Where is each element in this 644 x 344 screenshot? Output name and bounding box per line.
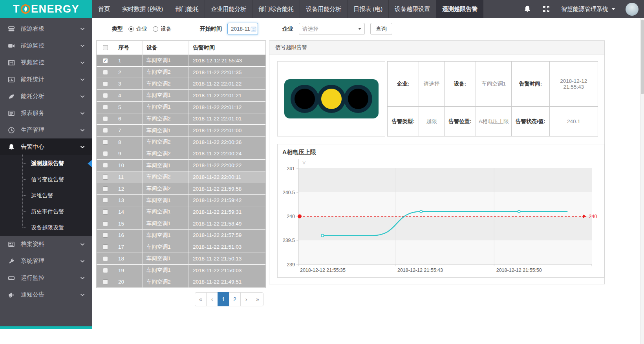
row-checkbox[interactable]: ✓ bbox=[103, 58, 108, 63]
row-checkbox[interactable] bbox=[103, 140, 108, 145]
notification-bell-icon[interactable] bbox=[523, 5, 531, 13]
cell-time: 2018-11-22 21:49:51 bbox=[189, 276, 265, 288]
page-button-»[interactable]: » bbox=[252, 292, 263, 306]
sidebar-subitem-ops-alarm[interactable]: 运维告警 bbox=[0, 187, 92, 204]
row-checkbox[interactable] bbox=[103, 81, 108, 86]
sidebar-item-operation-monitoring[interactable]: 运行监控 bbox=[0, 269, 92, 286]
nav-item-device-limit-settings[interactable]: 设备越限设置 bbox=[388, 0, 436, 18]
table-row[interactable]: 14车间空调12018-11-22 21:59:31 bbox=[97, 206, 265, 218]
row-checkbox[interactable] bbox=[103, 209, 108, 215]
row-checkbox[interactable] bbox=[103, 186, 108, 191]
nav-item-daily-report-electric[interactable]: 日报表 (电) bbox=[347, 0, 388, 18]
page-button-‹[interactable]: ‹ bbox=[206, 292, 218, 306]
sidebar-item-energy-dashboard[interactable]: 能源看板 bbox=[0, 20, 92, 37]
system-menu[interactable]: 智慧能源管理系统 bbox=[561, 5, 615, 13]
nav-item-dept-comprehensive-energy[interactable]: 部门综合能耗 bbox=[252, 0, 300, 18]
sidebar-item-report-service[interactable]: 报表服务 bbox=[0, 105, 92, 122]
row-checkbox[interactable] bbox=[103, 198, 108, 203]
sidebar-scrollbar[interactable] bbox=[0, 326, 92, 329]
table-row[interactable]: 3车间空调22018-11-22 22:01:22 bbox=[97, 78, 265, 90]
table-row[interactable]: 13车间空调12018-11-22 21:59:42 bbox=[97, 195, 265, 206]
table-row[interactable]: 11车间空调22018-11-22 22:00:11 bbox=[97, 171, 265, 183]
sidebar-subitem-device-limit-settings[interactable]: 设备越限设置 bbox=[0, 220, 92, 236]
row-checkbox[interactable] bbox=[103, 105, 108, 110]
table-row[interactable]: 12车间空调22018-11-22 21:59:58 bbox=[97, 183, 265, 195]
sidebar-item-energy-statistics[interactable]: 能耗统计 bbox=[0, 71, 92, 88]
sidebar-item-energy-analysis[interactable]: 能耗分析 bbox=[0, 88, 92, 105]
sidebar-subitem-telemetry-limit-alarm[interactable]: 遥测越限告警 bbox=[0, 155, 92, 171]
table-row[interactable]: 5车间空调12018-11-22 22:01:12 bbox=[97, 102, 265, 113]
chevron-down-icon bbox=[80, 111, 85, 116]
sidebar-item-system-management[interactable]: 系统管理 bbox=[0, 253, 92, 269]
cell-time: 2018-11-22 22:01:00 bbox=[189, 125, 265, 137]
chevron-down-icon bbox=[80, 144, 85, 150]
table-row[interactable]: 15车间空调12018-11-22 21:58:49 bbox=[97, 218, 265, 230]
row-checkbox[interactable] bbox=[103, 256, 108, 261]
table-row[interactable]: 6车间空调22018-11-22 22:01:01 bbox=[97, 113, 265, 125]
row-checkbox[interactable] bbox=[103, 279, 108, 284]
row-checkbox[interactable] bbox=[103, 93, 108, 98]
page-scrollbar[interactable] bbox=[640, 18, 644, 344]
nav-item-home[interactable]: 首页 bbox=[92, 0, 116, 18]
sidebar-item-archive-data[interactable]: 档案资料 bbox=[0, 236, 92, 253]
sidebar-item-notice-announcement[interactable]: 通知公告 bbox=[0, 286, 92, 303]
row-checkbox[interactable] bbox=[103, 244, 108, 249]
type-radio-企业[interactable]: 企业 bbox=[128, 25, 147, 33]
nav-item-device-energy-analysis[interactable]: 设备用能分析 bbox=[300, 0, 347, 18]
sidebar-item-video-monitoring[interactable]: 视频监控 bbox=[0, 54, 92, 71]
type-radio-设备[interactable]: 设备 bbox=[153, 25, 172, 33]
sidebar-subitem-signal-change-alarm[interactable]: 信号变位告警 bbox=[0, 171, 92, 187]
enterprise-info-label: 企业: bbox=[388, 62, 419, 107]
table-row[interactable]: ✓1车间空调12018-12-12 21:55:43 bbox=[97, 55, 265, 67]
search-button[interactable]: 查询 bbox=[370, 23, 392, 35]
table-row[interactable]: 9车间空调22018-11-22 22:00:24 bbox=[97, 148, 265, 160]
row-checkbox[interactable] bbox=[103, 151, 108, 156]
row-checkbox[interactable] bbox=[103, 175, 108, 180]
row-checkbox[interactable] bbox=[103, 221, 108, 226]
nav-item-realtime-data[interactable]: 实时数据 (秒级) bbox=[116, 0, 169, 18]
nav-item-dept-energy[interactable]: 部门能耗 bbox=[169, 0, 205, 18]
sidebar-item-production-management[interactable]: 生产管理 bbox=[0, 122, 92, 138]
page-button-2[interactable]: 2 bbox=[229, 292, 241, 306]
start-time-input[interactable] bbox=[227, 23, 258, 35]
sidebar-item-alarm-center[interactable]: 告警中心 bbox=[0, 138, 92, 155]
row-checkbox[interactable] bbox=[103, 268, 108, 273]
row-checkbox[interactable] bbox=[103, 128, 108, 133]
row-checkbox[interactable] bbox=[103, 233, 108, 238]
table-row[interactable]: 10车间空调12018-11-22 22:00:22 bbox=[97, 160, 265, 171]
traffic-bulb-on bbox=[321, 89, 342, 109]
table-row[interactable]: 7车间空调12018-11-22 22:01:00 bbox=[97, 125, 265, 137]
start-time-value[interactable] bbox=[231, 26, 251, 32]
radio-icon[interactable] bbox=[128, 26, 134, 32]
radio-icon[interactable] bbox=[153, 26, 158, 32]
select-all-checkbox[interactable] bbox=[103, 45, 108, 50]
cell-no: 15 bbox=[114, 218, 143, 230]
avatar[interactable] bbox=[626, 3, 639, 16]
page-button-1[interactable]: 1 bbox=[218, 292, 229, 306]
table-row[interactable]: 8车间空调22018-11-22 22:00:36 bbox=[97, 137, 265, 148]
calendar-icon[interactable] bbox=[251, 26, 256, 32]
page-button-«[interactable]: « bbox=[195, 292, 207, 306]
table-row[interactable]: 2车间空调22018-11-22 22:01:35 bbox=[97, 67, 265, 78]
sidebar-item-energy-monitoring[interactable]: 能源监控 bbox=[0, 37, 92, 54]
page-scrollbar-thumb[interactable] bbox=[641, 20, 644, 94]
cell-time: 2018-11-22 22:00:22 bbox=[189, 160, 265, 171]
table-row[interactable]: 16车间空调12018-11-22 21:57:59 bbox=[97, 230, 265, 242]
nav-item-telemetry-limit-alarm[interactable]: 遥测越限告警 bbox=[436, 0, 483, 18]
table-row[interactable]: 4车间空调12018-11-22 22:01:21 bbox=[97, 90, 265, 102]
megaphone-icon bbox=[8, 291, 15, 298]
page-button-›[interactable]: › bbox=[240, 292, 252, 306]
fullscreen-icon[interactable] bbox=[542, 5, 550, 13]
table-row[interactable]: 19车间空调12018-11-22 21:50:03 bbox=[97, 265, 265, 277]
row-checkbox[interactable] bbox=[103, 70, 108, 75]
table-row[interactable]: 17车间空调12018-11-22 21:51:03 bbox=[97, 241, 265, 253]
table-row[interactable]: 18车间空调12018-11-22 21:50:13 bbox=[97, 253, 265, 265]
sidebar-item-label: 能耗分析 bbox=[21, 93, 44, 100]
alarm-value-label: 告警状态/值: bbox=[512, 107, 549, 137]
enterprise-select[interactable]: 请选择 bbox=[299, 23, 365, 35]
sidebar-subitem-history-event-alarm[interactable]: 历史事件告警 bbox=[0, 204, 92, 220]
nav-item-enterprise-energy-analysis[interactable]: 企业用能分析 bbox=[205, 0, 252, 18]
row-checkbox[interactable] bbox=[103, 163, 108, 168]
table-row[interactable]: 20车间空调22018-11-22 21:49:51 bbox=[97, 276, 265, 288]
row-checkbox[interactable] bbox=[103, 116, 108, 121]
